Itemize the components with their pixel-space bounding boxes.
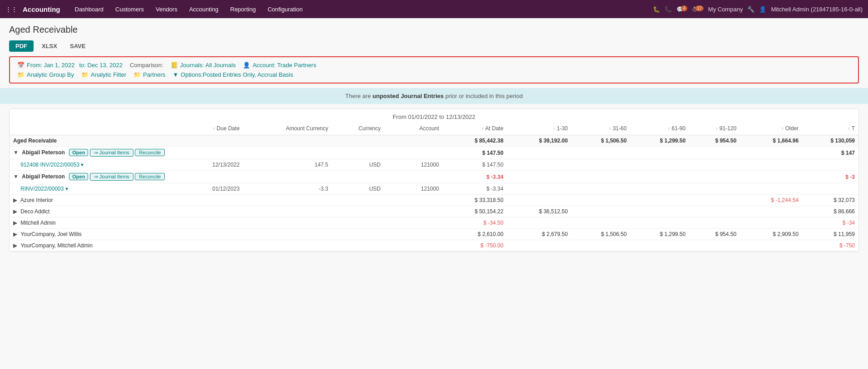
expand-icon-deco[interactable]: ▶ [13, 208, 17, 215]
deco-at-date: $ 50,154.22 [443, 206, 507, 217]
totals-total: $ 130,059 [802, 135, 858, 147]
col-currency[interactable]: Currency [332, 122, 384, 135]
partners-filter[interactable]: 📁 Partners [133, 71, 165, 78]
journal-items-button-abigail-1[interactable]: ⇒ Journal Items [90, 149, 133, 157]
totals-91-120: $ 954.50 [689, 135, 740, 147]
totals-row: Aged Receivable $ 85,442.38 $ 39,192.00 … [10, 135, 858, 147]
company-name[interactable]: My Company [708, 6, 743, 13]
nav-reporting[interactable]: Reporting [225, 3, 261, 15]
partner-row-azure: ▶ Azure Interior $ 33,318.50 $ -1,244.54… [10, 195, 858, 206]
date-range-filter[interactable]: 📅 From: Jan 1, 2022 to: Dec 13, 2022 [17, 62, 123, 69]
account-icon: 👤 [243, 62, 250, 69]
joel-1-30: $ 2,679.50 [507, 229, 572, 240]
info-bar: There are unposted Journal Entries prior… [0, 88, 868, 104]
pdf-button[interactable]: PDF [9, 40, 34, 52]
apps-icon[interactable]: ⋮⋮ [5, 6, 17, 13]
rinv-amount-currency: -3.3 [243, 183, 332, 195]
col-31-60[interactable]: ↑ 31-60 [572, 122, 631, 135]
invoice-ref-abigail-2[interactable]: RINV/2022/00003 ▾ [10, 183, 168, 195]
bug-icon[interactable]: 🐛 [653, 6, 660, 13]
table-header-row: ↑ Due Date Amount Currency Currency Acco… [10, 122, 858, 135]
rinv-due-date: 01/12/2023 [168, 183, 243, 195]
nav-vendors[interactable]: Vendors [150, 3, 183, 15]
col-amount-currency[interactable]: Amount Currency [243, 122, 332, 135]
status-badge-abigail-1: Open [69, 149, 88, 156]
col-91-120[interactable]: ↑ 91-120 [689, 122, 740, 135]
app-brand: Accounting [23, 5, 60, 13]
col-account[interactable]: Account [385, 122, 443, 135]
joel-older: $ 2,909.50 [740, 229, 802, 240]
col-due-date[interactable]: ↑ Due Date [168, 122, 243, 135]
rinv-currency: USD [332, 183, 384, 195]
save-button[interactable]: SAVE [65, 40, 90, 52]
partner-row-yc-mitchell: ▶ YourCompany, Mitchell Admin $ -750.00 … [10, 240, 858, 251]
analytic-group-by-filter[interactable]: 📁 Analytic Group By [17, 71, 74, 78]
aged-receivable-table: ↑ Due Date Amount Currency Currency Acco… [10, 122, 858, 251]
phone-icon[interactable]: 📞 [665, 6, 672, 13]
partner-row-mitchell: ▶ Mitchell Admin $ -34.50 $ -34 [10, 217, 858, 229]
chat-icon[interactable]: 💬4 [676, 6, 687, 13]
totals-older: $ 1,664.96 [740, 135, 802, 147]
options-icon: ▼ [173, 71, 178, 78]
azure-total: $ 32,073 [802, 195, 858, 206]
top-navigation: ⋮⋮ Accounting Dashboard Customers Vendor… [0, 0, 868, 18]
joel-31-60: $ 1,506.50 [572, 229, 631, 240]
expand-icon-joel[interactable]: ▶ [13, 231, 17, 237]
chat-badge: 4 [681, 5, 687, 11]
reconcile-button-abigail-1[interactable]: Reconcile [135, 149, 165, 156]
page-title: Aged Receivable [9, 25, 859, 35]
nav-accounting[interactable]: Accounting [184, 3, 224, 15]
col-1-30[interactable]: ↑ 1-30 [507, 122, 572, 135]
mitchell-at-date: $ -34.50 [443, 217, 507, 229]
journal-icon: 📒 [171, 62, 178, 69]
col-61-90[interactable]: ↑ 61-90 [630, 122, 689, 135]
collapse-icon-abigail-2[interactable]: ▼ [13, 173, 19, 180]
analytic-filter-icon: 📁 [81, 71, 89, 78]
joel-91-120: $ 954.50 [689, 229, 740, 240]
partner-row-deco: ▶ Deco Addict $ 50,154.22 $ 36,512.50 $ … [10, 206, 858, 217]
totals-at-date: $ 85,442.38 [443, 135, 507, 147]
inv-due-date: 12/13/2022 [168, 159, 243, 171]
topnav-right: 🐛 📞 💬4 ⏱37 My Company 🔧 👤 Mitchell Admin… [653, 6, 863, 13]
wrench-icon[interactable]: 🔧 [747, 6, 755, 13]
deco-total: $ 86,666 [802, 206, 858, 217]
nav-dashboard[interactable]: Dashboard [69, 3, 109, 15]
totals-61-90: $ 1,299.50 [630, 135, 689, 147]
joel-61-90: $ 1,299.50 [630, 229, 689, 240]
account-filter[interactable]: 👤 Account: Trade Partners [243, 62, 316, 69]
info-suffix: prior or included in this period [445, 93, 523, 99]
yc-mitchell-total: $ -750 [802, 240, 858, 251]
calendar-icon: 📅 [17, 62, 25, 69]
journals-filter[interactable]: 📒 Journals: All Journals [171, 62, 236, 69]
invoice-ref-abigail-1[interactable]: 912408 INV/2022/00053 ▾ [10, 159, 168, 171]
to-date: to: Dec 13, 2022 [79, 62, 123, 69]
nav-configuration[interactable]: Configuration [262, 3, 308, 15]
expand-icon-yc-mitchell[interactable]: ▶ [13, 242, 17, 249]
reconcile-button-abigail-2[interactable]: Reconcile [135, 173, 165, 180]
clock-badge: 37 [695, 5, 704, 11]
options-filter[interactable]: ▼ Options:Posted Entries Only, Accrual B… [173, 71, 293, 78]
collapse-icon-abigail-1[interactable]: ▼ [13, 149, 19, 156]
expand-icon-mitchell[interactable]: ▶ [13, 220, 17, 226]
col-older[interactable]: ↑ Older [740, 122, 802, 135]
nav-customers[interactable]: Customers [110, 3, 149, 15]
info-highlight: unposted Journal Entries [373, 93, 444, 99]
invoice-row-abigail-2-rinv: RINV/2022/00003 ▾ 01/12/2023 -3.3 USD 12… [10, 183, 858, 195]
partner-name-abigail-1: Abigail Peterson [22, 149, 65, 156]
abigail-2-total: $ -3 [802, 171, 858, 183]
info-prefix: There are [345, 93, 373, 99]
clock-icon[interactable]: ⏱37 [692, 6, 704, 13]
totals-label: Aged Receivable [10, 135, 168, 147]
journal-items-button-abigail-2[interactable]: ⇒ Journal Items [90, 173, 133, 181]
analytic-filter-filter[interactable]: 📁 Analytic Filter [81, 71, 126, 78]
inv-amount-currency: 147.5 [243, 159, 332, 171]
col-at-date[interactable]: ↑ At Date [443, 122, 507, 135]
inv-currency: USD [332, 159, 384, 171]
abigail-1-total: $ 147 [802, 147, 858, 159]
col-total[interactable]: ↑ T [802, 122, 858, 135]
expand-icon-azure[interactable]: ▶ [13, 197, 17, 203]
page-header: Aged Receivable [0, 18, 868, 38]
partner-row-joel: ▶ YourCompany, Joel Willis $ 2,610.00 $ … [10, 229, 858, 240]
xlsx-button[interactable]: XLSX [37, 40, 62, 52]
user-avatar[interactable]: 👤 [759, 6, 766, 13]
